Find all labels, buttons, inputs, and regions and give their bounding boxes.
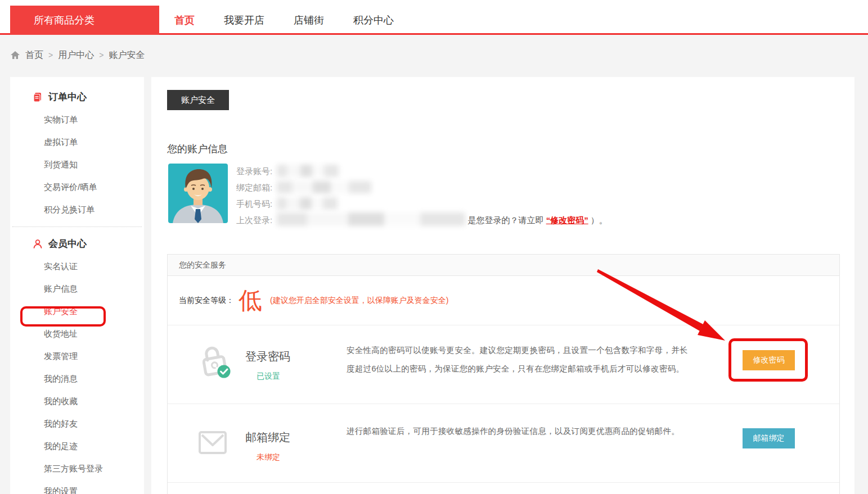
sidebar-item-my-friends[interactable]: 我的好友 (10, 413, 144, 435)
order-icon (33, 92, 43, 102)
security-panel-title: 您的安全服务 (168, 255, 839, 276)
envelope-icon (199, 431, 227, 457)
sidebar-item-account-info[interactable]: 账户信息 (10, 278, 144, 300)
breadcrumb-separator: > (99, 51, 104, 60)
info-row-login-account: 登录账号: (236, 163, 608, 179)
security-level-row: 当前安全等级： 低 (建议您开启全部安全设置，以保障账户及资金安全) (168, 276, 839, 325)
service-name: 登录密码 (245, 349, 290, 364)
bind-email-button[interactable]: 邮箱绑定 (743, 428, 795, 448)
last-login-note-end: ）。 (591, 215, 608, 225)
redacted-value (277, 165, 339, 177)
sidebar-item-shipping-address[interactable]: 收货地址 (10, 323, 144, 345)
info-label: 绑定邮箱: (236, 183, 272, 192)
sidebar-divider (12, 226, 142, 227)
info-row-bound-email: 绑定邮箱: (236, 179, 608, 196)
sidebar-section-title: 订单中心 (48, 86, 87, 108)
security-level-hint: (建议您开启全部安全设置，以保障账户及资金安全) (270, 296, 448, 306)
breadcrumb-account-security: 账户安全 (109, 49, 145, 61)
avatar (168, 164, 228, 223)
sidebar-item-physical-orders[interactable]: 实物订单 (10, 108, 144, 131)
sidebar: 订单中心 实物订单 虚拟订单 到货通知 交易评价/晒单 积分兑换订单 会员中心 … (10, 77, 144, 494)
sidebar-item-invoice-management[interactable]: 发票管理 (10, 345, 144, 368)
breadcrumb-separator: > (48, 51, 53, 60)
service-status: 未绑定 (257, 452, 280, 463)
nav-open-shop[interactable]: 我要开店 (224, 6, 264, 35)
info-label: 上次登录: (236, 215, 272, 225)
nav-points-center[interactable]: 积分中心 (353, 6, 394, 35)
top-nav: 首页 我要开店 店铺街 积分中心 (174, 6, 394, 35)
account-info-fields: 登录账号: 绑定邮箱: 手机号码: 上次登录: 是您登录的？请立即 “修改密码”… (236, 163, 608, 228)
home-icon (10, 50, 20, 60)
service-row-login-password: 登录密码 已设置 安全性高的密码可以使账号更安全。建议您定期更换密码，且设置一个… (168, 325, 839, 404)
lock-icon (200, 343, 232, 383)
sidebar-section-order-center: 订单中心 (10, 86, 144, 108)
sidebar-item-my-settings[interactable]: 我的设置 (10, 480, 144, 494)
member-icon (33, 239, 43, 249)
service-status: 已设置 (257, 371, 280, 382)
change-password-button[interactable]: 修改密码 (743, 350, 795, 370)
info-label: 登录账号: (236, 166, 272, 176)
page-title-tag: 账户安全 (167, 90, 229, 110)
redacted-value (277, 212, 465, 226)
redacted-value (277, 181, 371, 193)
security-services-panel: 您的安全服务 当前安全等级： 低 (建议您开启全部安全设置，以保障账户及资金安全… (167, 254, 840, 494)
last-login-note: 是您登录的？请立即 (468, 215, 544, 225)
all-categories-button[interactable]: 所有商品分类 (10, 6, 159, 35)
security-level-label: 当前安全等级： (179, 296, 234, 306)
breadcrumb: 首页 > 用户中心 > 账户安全 (10, 48, 145, 62)
info-label: 手机号码: (236, 199, 272, 209)
top-header: 所有商品分类 首页 我要开店 店铺街 积分中心 (0, 0, 868, 35)
page: 所有商品分类 首页 我要开店 店铺街 积分中心 首页 > 用户中心 > 账户安全… (0, 0, 868, 494)
sidebar-item-points-orders[interactable]: 积分兑换订单 (10, 198, 144, 221)
breadcrumb-user-center[interactable]: 用户中心 (58, 49, 94, 61)
redacted-value (277, 197, 338, 210)
service-description: 进行邮箱验证后，可用于接收敏感操作的身份验证信息，以及订阅更优惠商品的促销邮件。 (347, 422, 691, 441)
breadcrumb-home[interactable]: 首页 (25, 49, 43, 61)
sidebar-item-virtual-orders[interactable]: 虚拟订单 (10, 131, 144, 153)
security-level-value: 低 (239, 289, 262, 312)
sidebar-item-real-name-auth[interactable]: 实名认证 (10, 255, 144, 278)
sidebar-section-title: 会员中心 (48, 233, 87, 255)
sidebar-item-my-favorites[interactable]: 我的收藏 (10, 390, 144, 413)
service-description: 安全性高的密码可以使账号更安全。建议您定期更换密码，且设置一个包含数字和字母，并… (347, 341, 691, 378)
sidebar-section-member-center: 会员中心 (10, 233, 144, 255)
account-info-heading: 您的账户信息 (167, 142, 228, 156)
sidebar-item-third-party-login[interactable]: 第三方账号登录 (10, 457, 144, 480)
info-row-phone: 手机号码: (236, 196, 608, 212)
sidebar-item-my-footprints[interactable]: 我的足迹 (10, 435, 144, 457)
sidebar-item-account-security[interactable]: 账户安全 (10, 300, 144, 323)
sidebar-item-reviews[interactable]: 交易评价/晒单 (10, 176, 144, 198)
nav-home[interactable]: 首页 (174, 6, 195, 35)
service-row-email-binding: 邮箱绑定 未绑定 进行邮箱验证后，可用于接收敏感操作的身份验证信息，以及订阅更优… (168, 404, 839, 483)
info-row-last-login: 上次登录: 是您登录的？请立即 “修改密码” ）。 (236, 212, 608, 228)
nav-shop-street[interactable]: 店铺街 (294, 6, 324, 35)
sidebar-item-arrival-notice[interactable]: 到货通知 (10, 153, 144, 176)
service-name: 邮箱绑定 (245, 430, 290, 445)
change-password-link[interactable]: “修改密码” (546, 215, 588, 225)
sidebar-item-my-messages[interactable]: 我的消息 (10, 368, 144, 390)
